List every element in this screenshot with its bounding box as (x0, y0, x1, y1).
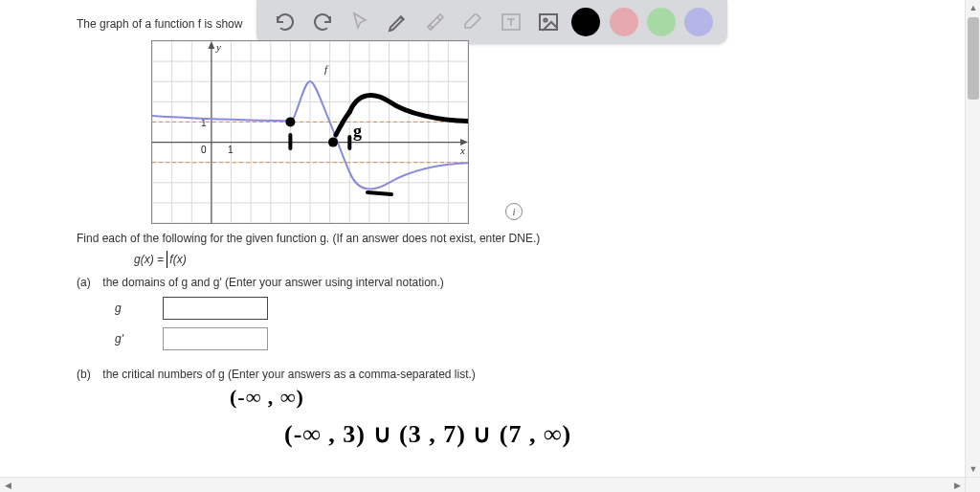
horizontal-scrollbar[interactable]: ◀ ▶ (0, 477, 965, 492)
svg-point-2 (544, 18, 546, 21)
part-b-label: (b) (77, 368, 100, 381)
x-axis-label: x (459, 145, 465, 156)
annotation-toolbar (256, 0, 727, 44)
handwriting-gprime-domain: (-∞ , 3) ∪ (3 , 7) ∪ (7 , ∞) (284, 419, 571, 449)
scroll-corner (965, 477, 980, 492)
cursor-tool[interactable] (345, 8, 374, 36)
gprime-label: g' (115, 332, 163, 346)
part-a-label: (a) (77, 276, 100, 289)
function-graph: y x f 0 1 1 (151, 40, 469, 224)
svg-marker-35 (209, 41, 215, 49)
scroll-left-icon[interactable]: ◀ (0, 478, 15, 492)
scroll-down-icon[interactable]: ▼ (966, 461, 980, 477)
scroll-right-icon[interactable]: ▶ (949, 478, 965, 492)
color-purple[interactable] (684, 8, 713, 36)
text-box-icon[interactable] (497, 8, 525, 36)
redo-button[interactable] (308, 8, 337, 36)
tick-one-x: 1 (228, 145, 234, 155)
g-domain-input[interactable] (163, 297, 268, 320)
part-b: (b) the critical numbers of g (Enter you… (77, 368, 980, 381)
question-prompt: Find each of the following for the given… (77, 232, 980, 245)
undo-button[interactable] (271, 8, 300, 36)
part-b-text: the critical numbers of g (Enter your an… (102, 368, 475, 381)
g-domain-row: g (115, 297, 980, 320)
g-label: g (115, 302, 163, 315)
gprime-domain-input[interactable] (163, 327, 268, 350)
color-green[interactable] (647, 8, 676, 36)
eraser-tool[interactable] (458, 8, 487, 36)
tick-zero: 0 (201, 145, 207, 155)
part-a: (a) the domains of g and g' (Enter your … (77, 276, 980, 289)
info-icon[interactable]: i (505, 203, 523, 220)
point-x7 (328, 138, 338, 147)
part-a-text: the domains of g and g' (Enter your answ… (102, 276, 444, 289)
f-curve-label: f (324, 63, 329, 75)
tools-icon[interactable] (421, 8, 450, 36)
point-x4 (285, 117, 295, 126)
image-tool[interactable] (534, 8, 563, 36)
color-pink[interactable] (610, 8, 638, 36)
viewport: The graph of a function f is show (0, 0, 980, 492)
pen-tool[interactable] (384, 8, 412, 36)
gx-definition: g(x) = f(x) (134, 253, 980, 266)
color-black[interactable] (571, 8, 600, 36)
gprime-domain-row: g' (115, 327, 980, 350)
y-axis-label: y (215, 41, 221, 53)
question-content: The graph of a function f is show (0, 0, 980, 381)
vertical-scrollbar[interactable]: ▲ ▼ (965, 0, 980, 477)
graph-container: y x f 0 1 1 (151, 40, 496, 224)
vertical-scroll-thumb[interactable] (968, 17, 979, 100)
svg-rect-1 (540, 14, 557, 30)
scroll-up-icon[interactable]: ▲ (966, 0, 980, 15)
g-hand-label: g (353, 122, 362, 141)
handwriting-g-domain: (-∞ , ∞) (230, 385, 304, 410)
